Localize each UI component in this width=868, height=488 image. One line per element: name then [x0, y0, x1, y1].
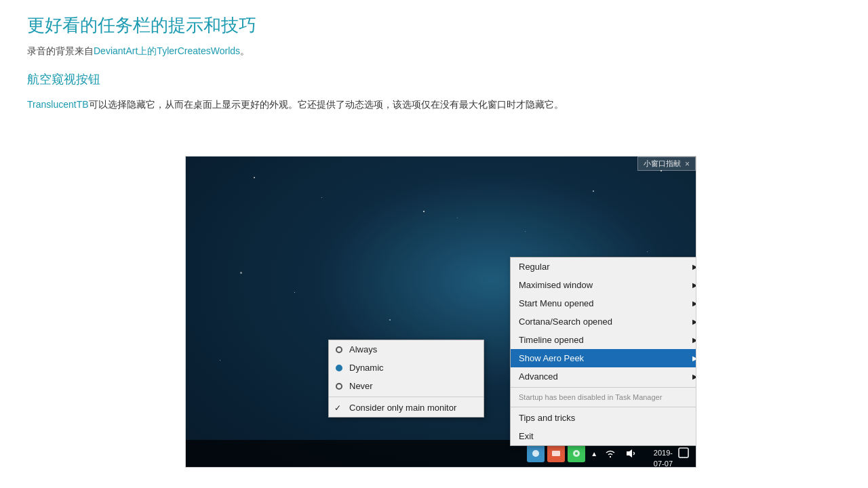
ctx-label-start-menu: Start Menu opened [519, 298, 594, 308]
ctx-label-maximised: Maximised window [519, 280, 593, 290]
body-text: 可以选择隐藏它，从而在桌面上显示更好的外观。它还提供了动态选项，该选项仅在没有最… [89, 99, 564, 110]
star [457, 218, 458, 218]
ctx-item-cortana[interactable]: Cortana/Search opened ▶ [511, 312, 696, 331]
arrow-timeline: ▶ [692, 336, 696, 344]
ctx-item-start-menu[interactable]: Start Menu opened ▶ [511, 294, 696, 312]
ctx-item-consider-main[interactable]: ✓ Consider only main monitor [329, 399, 484, 417]
screenshot-container: 小窗口指献 × Always Dynamic Never ✓ Consider … [185, 156, 696, 468]
star [593, 190, 594, 192]
svg-point-0 [532, 450, 539, 457]
star [254, 177, 255, 178]
star [220, 360, 220, 361]
svg-point-3 [575, 452, 578, 455]
taskbar-wifi-icon[interactable] [603, 446, 618, 461]
ctx-label-dynamic: Dynamic [349, 363, 384, 373]
ctx-item-maximised[interactable]: Maximised window ▶ [511, 276, 696, 294]
ctx-label-advanced: Advanced [519, 371, 558, 382]
ctx-item-startup-disabled: Startup has been disabled in Task Manage… [511, 389, 696, 405]
check-consider-main: ✓ [334, 403, 341, 413]
taskbar-app-icons [527, 445, 585, 462]
svg-marker-4 [627, 449, 632, 458]
ctx-menu-left: Always Dynamic Never ✓ Consider only mai… [328, 340, 484, 418]
taskbar-app-icon-1[interactable] [527, 445, 545, 462]
subtitle-link[interactable]: DeviantArt上的TylerCreatesWorlds [94, 45, 240, 56]
star [240, 272, 242, 274]
ctx-item-show-aero-peek[interactable]: Show Aero Peek ▶ [511, 349, 696, 367]
svg-rect-1 [552, 451, 560, 456]
menu-separator [329, 396, 484, 397]
ctx-label-show-aero-peek: Show Aero Peek [519, 353, 584, 363]
taskbar-chevron-icon[interactable]: ▲ [591, 450, 597, 458]
ctx-label-cortana: Cortana/Search opened [519, 317, 612, 327]
ctx-item-tips[interactable]: Tips and tricks [511, 409, 696, 427]
radio-dynamic [336, 365, 342, 371]
ctx-item-never[interactable]: Never [329, 377, 484, 395]
ctx-item-advanced[interactable]: Advanced ▶ [511, 367, 696, 386]
body-link[interactable]: TranslucentTB [27, 99, 89, 110]
taskbar-volume-icon[interactable] [623, 446, 638, 461]
subtitle-text: 录音的背景来自 [27, 45, 94, 56]
svg-rect-5 [679, 448, 688, 458]
arrow-show-aero-peek: ▶ [692, 354, 696, 362]
ctx-label-consider-main: Consider only main monitor [349, 403, 456, 413]
star [423, 211, 425, 212]
star [389, 319, 391, 321]
ctx-label-timeline: Timeline opened [519, 335, 584, 345]
section-body: TranslucentTB可以选择隐藏它，从而在桌面上显示更好的外观。它还提供了… [27, 97, 583, 113]
ctx-label-always: Always [349, 344, 377, 354]
arrow-regular: ▶ [692, 263, 696, 270]
ctx-item-dynamic[interactable]: Dynamic [329, 359, 484, 377]
ctx-item-exit[interactable]: Exit [511, 427, 696, 445]
window-badge: 小窗口指献 × [637, 157, 696, 171]
radio-never [336, 383, 342, 390]
ctx-label-never: Never [349, 381, 373, 391]
page-content: 更好看的任务栏的提示和技巧 录音的背景来自DeviantArt上的TylerCr… [0, 0, 610, 139]
star [525, 231, 526, 232]
taskbar-app-icon-2[interactable] [547, 445, 565, 462]
page-subtitle: 录音的背景来自DeviantArt上的TylerCreatesWorlds。 [27, 45, 583, 58]
arrow-advanced: ▶ [692, 373, 696, 380]
taskbar-date: 2019-07-07 [644, 448, 673, 468]
window-badge-label: 小窗口指献 [644, 159, 681, 169]
ctx-label-tips: Tips and tricks [519, 413, 575, 423]
star [321, 197, 322, 198]
arrow-maximised: ▶ [692, 281, 696, 289]
radio-always [336, 346, 342, 353]
menu-separator-2 [511, 387, 696, 388]
arrow-cortana: ▶ [692, 318, 696, 325]
ctx-item-timeline[interactable]: Timeline opened ▶ [511, 331, 696, 349]
ctx-label-startup-disabled: Startup has been disabled in Task Manage… [519, 393, 662, 401]
ctx-item-always[interactable]: Always [329, 340, 484, 359]
ctx-item-regular[interactable]: Regular ▶ [511, 258, 696, 276]
taskbar-app-icon-3[interactable] [568, 445, 585, 462]
ctx-label-exit: Exit [519, 431, 534, 441]
star [647, 251, 648, 252]
taskbar-notification-icon[interactable] [678, 447, 689, 460]
section-title: 航空窥视按钮 [27, 71, 583, 87]
arrow-start-menu: ▶ [692, 300, 696, 307]
subtitle-punctuation: 。 [240, 45, 250, 56]
ctx-label-regular: Regular [519, 262, 550, 272]
ctx-menu-right: Regular ▶ Maximised window ▶ Start Menu … [510, 257, 696, 446]
taskbar-system-tray: ▲ [591, 446, 638, 461]
star [294, 292, 295, 293]
page-title: 更好看的任务栏的提示和技巧 [27, 14, 583, 37]
menu-separator-3 [511, 407, 696, 407]
window-badge-close[interactable]: × [685, 159, 690, 169]
